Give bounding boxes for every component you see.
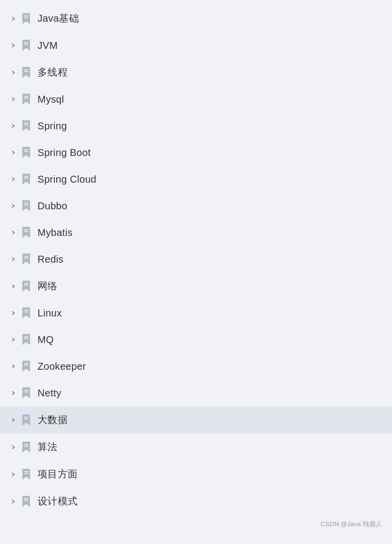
bookmark-icon bbox=[21, 387, 32, 399]
item-label: Spring Boot bbox=[38, 147, 91, 158]
list-item-multithreading[interactable]: 多线程 bbox=[0, 59, 392, 86]
list-item-zookeeper[interactable]: Zookeeper bbox=[0, 353, 392, 380]
bookmark-icon bbox=[21, 307, 32, 319]
list-item-algorithm[interactable]: 算法 bbox=[0, 433, 392, 461]
chevron-right-icon bbox=[10, 389, 17, 396]
chevron-right-icon bbox=[10, 96, 17, 103]
list-item-mq[interactable]: MQ bbox=[0, 326, 392, 353]
item-label: Netty bbox=[38, 388, 61, 399]
list-item-redis[interactable]: Redis bbox=[0, 246, 392, 272]
list-item-java-basics[interactable]: Java基础 bbox=[0, 5, 392, 32]
item-label: 项目方面 bbox=[38, 467, 78, 481]
bookmark-icon bbox=[21, 173, 32, 186]
bookmark-icon bbox=[21, 280, 32, 293]
chevron-right-icon bbox=[10, 69, 17, 76]
chevron-right-icon bbox=[10, 336, 17, 343]
item-label: 多线程 bbox=[38, 66, 68, 79]
list-item-linux[interactable]: Linux bbox=[0, 300, 392, 326]
bookmark-icon bbox=[21, 39, 32, 52]
list-item-spring-boot[interactable]: Spring Boot bbox=[0, 139, 392, 166]
bookmark-icon bbox=[21, 253, 32, 266]
item-label: Mybatis bbox=[38, 227, 73, 238]
bookmark-icon bbox=[21, 360, 32, 373]
chevron-right-icon bbox=[10, 122, 17, 129]
chevron-right-icon bbox=[10, 471, 17, 478]
bookmark-icon bbox=[21, 468, 32, 481]
chevron-right-icon bbox=[10, 363, 17, 370]
item-label: Spring bbox=[38, 120, 67, 132]
bookmark-icon bbox=[21, 66, 32, 79]
chevron-right-icon bbox=[10, 444, 17, 451]
list-item-project[interactable]: 项目方面 bbox=[0, 461, 392, 488]
list-item-big-data[interactable]: 大数据 bbox=[0, 406, 392, 433]
bookmark-icon bbox=[21, 495, 32, 508]
list-item-spring[interactable]: Spring bbox=[0, 113, 392, 139]
chevron-right-icon bbox=[10, 310, 17, 316]
item-label: Linux bbox=[38, 308, 62, 319]
bookmark-icon bbox=[21, 199, 32, 212]
list-item-mysql[interactable]: Mysql bbox=[0, 86, 392, 113]
list-item-spring-cloud[interactable]: Spring Cloud bbox=[0, 166, 392, 193]
bookmark-icon bbox=[21, 414, 32, 427]
chevron-right-icon bbox=[10, 42, 17, 49]
list-item-dubbo[interactable]: Dubbo bbox=[0, 193, 392, 219]
item-label: JVM bbox=[38, 40, 58, 51]
chevron-right-icon bbox=[10, 202, 17, 209]
item-label: Mysql bbox=[38, 94, 64, 105]
chevron-right-icon bbox=[10, 498, 17, 505]
item-label: 大数据 bbox=[38, 413, 68, 427]
list-item-network[interactable]: 网络 bbox=[0, 272, 392, 300]
item-label: 算法 bbox=[38, 440, 58, 454]
item-label: Zookeeper bbox=[38, 361, 86, 372]
bookmark-icon bbox=[21, 146, 32, 159]
item-label: Dubbo bbox=[38, 200, 67, 212]
list-item-jvm[interactable]: JVM bbox=[0, 32, 392, 59]
chevron-right-icon bbox=[10, 417, 17, 424]
item-label: MQ bbox=[38, 334, 54, 346]
bookmark-icon bbox=[21, 119, 32, 132]
category-list: Java基础 JVM bbox=[0, 5, 392, 515]
bookmark-icon bbox=[21, 333, 32, 346]
footer-credit: CSDN @Java`纯鹿人 bbox=[0, 515, 392, 534]
chevron-right-icon bbox=[10, 283, 17, 290]
item-label: Java基础 bbox=[38, 12, 79, 25]
list-item-mybatis[interactable]: Mybatis bbox=[0, 219, 392, 246]
item-label: Redis bbox=[38, 254, 64, 265]
bookmark-icon bbox=[21, 12, 32, 25]
list-item-netty[interactable]: Netty bbox=[0, 380, 392, 406]
item-label: 设计模式 bbox=[38, 495, 78, 508]
bookmark-icon bbox=[21, 93, 32, 106]
bookmark-icon bbox=[21, 226, 32, 239]
list-item-design-pattern[interactable]: 设计模式 bbox=[0, 488, 392, 515]
chevron-right-icon bbox=[10, 176, 17, 183]
item-label: 网络 bbox=[38, 279, 58, 293]
item-label: Spring Cloud bbox=[38, 174, 96, 185]
chevron-right-icon bbox=[10, 15, 17, 22]
chevron-right-icon bbox=[10, 229, 17, 236]
chevron-right-icon bbox=[10, 256, 17, 263]
chevron-right-icon bbox=[10, 149, 17, 156]
bookmark-icon bbox=[21, 441, 32, 454]
